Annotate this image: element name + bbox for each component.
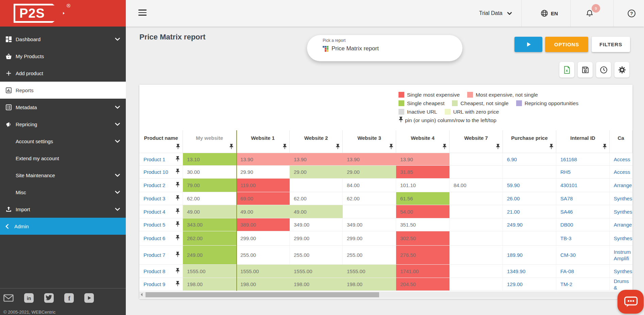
internal-id-cell[interactable]: CM-30 [556,246,610,264]
internal-id-cell[interactable]: FA-08 [556,265,610,278]
product-link[interactable]: Product 3 [143,196,165,201]
help-button[interactable]: ? [627,0,636,27]
sidebar-item-admin[interactable]: Admin [0,218,126,235]
sidebar-item-misc[interactable]: Misc [0,184,126,201]
purchase-price-cell[interactable]: 59.90 [503,179,556,192]
scrollbar-thumb[interactable] [146,292,379,297]
pin-column-icon[interactable] [496,144,500,150]
menu-icon[interactable] [138,10,147,16]
purchase-price-cell[interactable]: 26.00 [503,192,556,205]
pin-row-icon[interactable] [175,235,180,242]
table-row: Product 9198.00198.00198.00198.00204.501… [139,278,632,291]
category-cell[interactable]: Synthes [610,231,632,245]
sidebar-item-my-products[interactable]: My Products [0,48,126,65]
purchase-price-cell[interactable] [503,166,556,178]
pin-row-icon[interactable] [175,268,180,275]
purchase-price-cell[interactable]: 6.90 [503,153,556,165]
internal-id-cell[interactable]: 161168 [556,153,610,165]
product-link[interactable]: Product 2 [143,182,165,188]
purchase-price-cell[interactable]: 129.00 [503,278,556,291]
linkedin-icon[interactable]: in [24,293,34,304]
pin-column-icon[interactable] [283,144,287,150]
pin-row-icon[interactable] [175,221,180,228]
pin-row-icon[interactable] [175,195,180,202]
internal-id-cell[interactable]: TB-3 [556,231,610,245]
product-link[interactable]: Product 7 [143,252,165,258]
sidebar-item-extend-my-account[interactable]: Extend my account [0,150,126,167]
category-cell[interactable]: Access [610,166,632,178]
internal-id-cell[interactable]: SA78 [556,192,610,205]
category-cell[interactable]: InstrumAmplifi [610,246,632,264]
pin-column-icon[interactable] [389,144,393,150]
twitter-icon[interactable] [44,293,54,304]
pin-row-icon[interactable] [175,209,180,215]
save-report-button[interactable] [578,62,593,78]
table-horizontal-scrollbar[interactable] [139,292,632,298]
product-link[interactable]: Product 5 [143,222,165,228]
product-link[interactable]: Product 6 [143,235,165,241]
chat-widget-button[interactable] [617,290,644,314]
sidebar-item-account-settings[interactable]: Account settings [0,133,126,150]
sidebar-item-add-product[interactable]: Add product [0,65,126,82]
purchase-price-cell[interactable] [503,231,556,245]
product-link[interactable]: Product 8 [143,268,165,274]
sidebar-item-dashboard[interactable]: Dashboard [0,31,126,48]
pin-row-icon[interactable] [175,281,180,287]
column-header-my-website: My website [183,130,236,153]
pin-column-icon[interactable] [336,144,340,150]
sidebar-item-repricing[interactable]: Repricing [0,116,126,133]
facebook-icon[interactable]: f [64,293,74,304]
filters-button[interactable]: FILTERS [592,37,630,52]
pin-column-icon[interactable] [229,144,234,150]
pin-row-icon[interactable] [175,156,180,163]
category-cell[interactable]: Synthes [610,265,632,278]
internal-id-cell[interactable]: 430101 [556,179,610,192]
internal-id-cell[interactable]: RH5 [556,166,610,178]
pin-row-icon[interactable] [175,169,180,175]
sidebar-item-reports[interactable]: Reports [0,82,126,99]
product-link[interactable]: Product 9 [143,281,165,287]
excel-export-icon: x [563,66,571,74]
run-report-button[interactable] [514,37,542,52]
category-cell[interactable]: Synthes [610,192,632,205]
sidebar-item-import[interactable]: Import [0,201,126,218]
category-cell[interactable]: Arrange [610,179,632,192]
purchase-price-cell[interactable]: 249.90 [503,218,556,231]
pin-column-icon[interactable] [442,144,447,150]
scroll-left-arrow[interactable] [141,293,142,296]
pin-column-icon[interactable] [549,144,554,150]
category-cell[interactable]: Drums & [610,278,632,291]
pin-column-icon[interactable] [603,144,607,150]
report-picker[interactable]: Pick a report Price Matrix report [307,35,462,61]
sidebar-item-site-maintenance[interactable]: Site Maintenance [0,167,126,184]
app-logo[interactable]: P2S ® [0,0,126,27]
language-selector[interactable]: EN [541,0,558,27]
legend-label: URL with zero price [453,109,499,115]
category-cell[interactable]: Arrange [610,218,632,231]
purchase-price-cell[interactable]: 189.90 [503,246,556,264]
category-cell[interactable]: Access [610,153,632,165]
purchase-price-cell[interactable]: 21.00 [503,205,556,218]
price-cell: 255.00 [343,246,396,264]
history-button[interactable] [596,62,611,78]
account-selector[interactable]: Trial Data [479,0,512,27]
pin-row-icon[interactable] [175,182,180,188]
options-button[interactable]: OPTIONS [545,37,588,52]
product-name-cell: Product 1 [139,153,183,165]
export-excel-button[interactable]: x [559,62,574,78]
settings-button[interactable] [614,62,629,78]
sidebar-item-metadata[interactable]: Metadata [0,99,126,116]
pin-column-icon[interactable] [176,144,180,150]
product-link[interactable]: Product 4 [143,209,165,215]
email-icon[interactable] [3,294,14,303]
category-cell[interactable]: Synthes [610,205,632,218]
purchase-price-cell[interactable]: 1349.90 [503,265,556,278]
pin-row-icon[interactable] [175,252,180,258]
youtube-icon[interactable] [84,293,94,304]
product-link[interactable]: Product 1 [143,156,165,162]
internal-id-cell[interactable]: DB00 [556,218,610,231]
internal-id-cell[interactable]: TM-2 [556,278,610,291]
product-link[interactable]: Product 10 [143,169,168,175]
internal-id-cell[interactable]: SA46 [556,205,610,218]
notifications-button[interactable]: 9 [586,0,594,27]
